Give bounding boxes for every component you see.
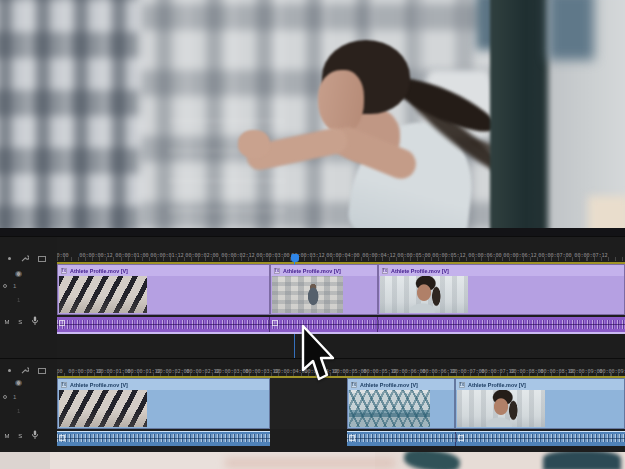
sky-patch-right bbox=[548, 0, 594, 60]
audio-track-a1[interactable] bbox=[347, 431, 625, 446]
video-track-number: 1 bbox=[13, 394, 16, 400]
ruler-timecode: 00:00:04:00 bbox=[327, 252, 360, 258]
audio-track-a1[interactable] bbox=[57, 431, 270, 446]
ruler-timecode: 00:00:01:00 bbox=[115, 252, 148, 258]
blurred-runner-leg bbox=[403, 452, 461, 469]
track-header: ◉ 1 1 M S bbox=[0, 359, 57, 452]
clip-name: Athlete Profile.mov [V] bbox=[283, 268, 341, 274]
time-ruler[interactable]: 00:0000:00:00:1200:00:01:0000:00:01:1200… bbox=[57, 361, 625, 377]
clip-name: Athlete Profile.mov [V] bbox=[70, 268, 128, 274]
video-track-v1[interactable]: fx Athlete Profile.mov [V] fx Athlete Pr… bbox=[57, 378, 625, 429]
ruler-timecode: 00:00:00:12 bbox=[68, 368, 101, 374]
ruler-timecode: 00:00:02:12 bbox=[221, 252, 254, 258]
clip-thumbnail bbox=[380, 276, 468, 313]
video-track-v1[interactable]: fx Athlete Profile.mov [V] fx Athlete Pr… bbox=[57, 264, 625, 315]
clip-thumbnail bbox=[59, 276, 147, 313]
blurred-runner-leg bbox=[543, 452, 621, 469]
mute-button[interactable]: M bbox=[4, 432, 9, 438]
clip-label-bar: fx Athlete Profile.mov [V] bbox=[456, 379, 624, 390]
voiceover-mic-icon[interactable] bbox=[31, 316, 39, 326]
fx-badge-icon: fx bbox=[274, 268, 280, 274]
ruler-timecode: 00:00:08:00 bbox=[510, 368, 543, 374]
playhead-line bbox=[294, 334, 295, 358]
voiceover-mic-icon[interactable] bbox=[31, 430, 39, 440]
ruler-timecode: 00:00:02:00 bbox=[156, 368, 189, 374]
audio-clip-divider bbox=[377, 317, 378, 332]
mouse-cursor-icon bbox=[300, 324, 338, 382]
preview-bottom-edge bbox=[0, 228, 625, 236]
clip-label-bar: fx Athlete Profile.mov [V] bbox=[379, 265, 624, 276]
runner-face bbox=[318, 70, 364, 134]
track-lock-icon[interactable] bbox=[3, 395, 7, 399]
ruler-timecode: 00:00:07:00 bbox=[451, 368, 484, 374]
clip-thumbnail bbox=[349, 390, 430, 427]
playhead-line bbox=[294, 262, 295, 265]
linked-selection-dot-icon[interactable] bbox=[8, 257, 11, 260]
audio-fx-badge-icon bbox=[458, 435, 464, 441]
clip-name: Athlete Profile.mov [V] bbox=[391, 268, 449, 274]
time-ruler[interactable]: 00:0000:00:00:1200:00:01:0000:00:01:1200… bbox=[57, 245, 625, 261]
ruler-timecode: 00:00:04:12 bbox=[362, 252, 395, 258]
track-meter-icon[interactable] bbox=[38, 368, 46, 374]
ruler-timecode: 00:00:01:00 bbox=[97, 368, 130, 374]
ruler-timecode: 00:00:02:12 bbox=[186, 368, 219, 374]
program-monitor-preview bbox=[0, 0, 625, 236]
ruler-timecode: 00:00:06:12 bbox=[503, 252, 536, 258]
audio-fx-badge-icon bbox=[349, 435, 355, 441]
audio-waveform-centerline bbox=[57, 438, 270, 439]
ruler-timecode: 00:00:07:00 bbox=[539, 252, 572, 258]
linked-selection-dot-icon[interactable] bbox=[8, 369, 11, 372]
ruler-timecode: 00:00:05:00 bbox=[397, 252, 430, 258]
audio-clip-divider bbox=[269, 317, 270, 332]
audio-fx-badge-icon bbox=[272, 320, 278, 326]
audio-track-a1[interactable] bbox=[57, 317, 625, 334]
track-lock-icon[interactable] bbox=[3, 284, 7, 288]
clip-thumbnail bbox=[272, 276, 343, 313]
mute-button[interactable]: M bbox=[4, 318, 9, 324]
ruler-timecode: 00:00:08:12 bbox=[540, 368, 573, 374]
audio-clip-divider bbox=[455, 432, 456, 446]
ruler-timecode: 00:00:07:12 bbox=[481, 368, 514, 374]
track-meter-icon[interactable] bbox=[38, 256, 46, 262]
ruler-timecode: 00:00:03:12 bbox=[245, 368, 278, 374]
timeline-clip[interactable]: fx Athlete Profile.mov [V] bbox=[378, 264, 625, 315]
track-output-eye-icon[interactable]: ◉ bbox=[15, 270, 22, 278]
ruler-timecode: 00:00:06:00 bbox=[468, 252, 501, 258]
secondary-preview-sliver bbox=[0, 452, 625, 469]
clip-name: Athlete Profile.mov [V] bbox=[468, 382, 526, 388]
timeline-clip[interactable]: fx Athlete Profile.mov [V] bbox=[455, 378, 625, 429]
fx-badge-icon: fx bbox=[351, 382, 357, 388]
timeline-clip[interactable]: fx Athlete Profile.mov [V] bbox=[270, 264, 378, 315]
wrench-icon[interactable] bbox=[20, 254, 29, 263]
ruler-timecode: 00:00:01:12 bbox=[150, 252, 183, 258]
video-editor-window: 00:0000:00:00:1200:00:01:0000:00:01:1200… bbox=[0, 0, 625, 469]
playhead-handle[interactable] bbox=[291, 254, 299, 262]
audio-track-number: 1 bbox=[17, 297, 20, 303]
wrench-icon[interactable] bbox=[20, 366, 29, 375]
audio-fx-badge-icon bbox=[59, 435, 65, 441]
audio-waveform-centerline bbox=[347, 438, 625, 439]
track-output-eye-icon[interactable]: ◉ bbox=[15, 379, 22, 387]
ruler-timecode: 00:00:01:12 bbox=[127, 368, 160, 374]
fx-badge-icon: fx bbox=[459, 382, 465, 388]
ruler-timecode: 00:00:02:00 bbox=[186, 252, 219, 258]
ruler-timecode: 00:00:05:00 bbox=[333, 368, 366, 374]
ruler-timecode: 00:00:05:12 bbox=[363, 368, 396, 374]
fx-badge-icon: fx bbox=[382, 268, 388, 274]
timeline-clip[interactable]: fx Athlete Profile.mov [V] bbox=[347, 378, 455, 429]
clip-name: Athlete Profile.mov [V] bbox=[360, 382, 418, 388]
clip-label-bar: fx Athlete Profile.mov [V] bbox=[348, 379, 454, 390]
ruler-timecode: 00:00:06:12 bbox=[422, 368, 455, 374]
ruler-timecode: 00:00:09:12 bbox=[599, 368, 625, 374]
ruler-timecode: 00:00:03:00 bbox=[215, 368, 248, 374]
ruler-timecode: 00:00:09:00 bbox=[569, 368, 602, 374]
solo-button[interactable]: S bbox=[18, 318, 22, 324]
clip-label-bar: fx Athlete Profile.mov [V] bbox=[58, 265, 269, 276]
timeline-clip[interactable]: fx Athlete Profile.mov [V] bbox=[57, 264, 270, 315]
ruler-timecode: 00:00:06:00 bbox=[392, 368, 425, 374]
timeline-clip[interactable]: fx Athlete Profile.mov [V] bbox=[57, 378, 270, 429]
solo-button[interactable]: S bbox=[18, 432, 22, 438]
clip-thumbnail bbox=[59, 390, 147, 427]
ruler-timecode: 00:00 bbox=[57, 368, 63, 374]
audio-waveform-centerline bbox=[57, 324, 625, 325]
